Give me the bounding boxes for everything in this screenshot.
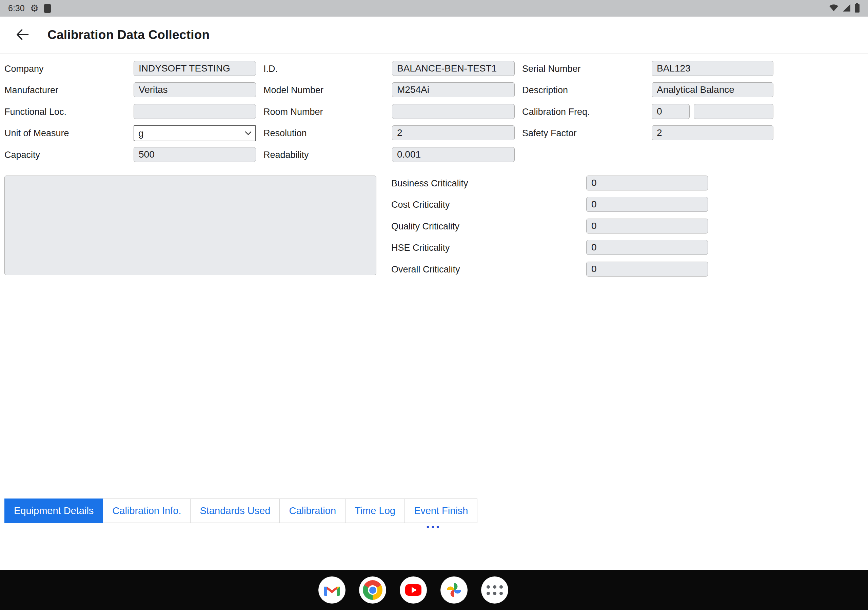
id-label: I.D. <box>264 61 278 77</box>
description-input[interactable] <box>652 82 773 97</box>
overall-criticality-label: Overall Criticality <box>391 262 460 277</box>
clock: 6:30 <box>8 3 25 13</box>
manufacturer-label: Manufacturer <box>5 82 58 98</box>
hse-criticality-label: HSE Criticality <box>391 240 450 255</box>
screen: 6:30 ⚙ Calibration Data Collection C <box>0 0 868 610</box>
overflow-indicator[interactable]: ... <box>419 517 448 531</box>
business-criticality-label: Business Criticality <box>391 175 468 191</box>
signal-icon <box>842 3 851 14</box>
battery-icon <box>854 3 860 14</box>
unit-of-measure-label: Unit of Measure <box>5 125 69 141</box>
business-criticality-input[interactable] <box>586 175 708 190</box>
tab-standards-used[interactable]: Standards Used <box>190 499 280 523</box>
google-photos-icon[interactable] <box>440 576 468 604</box>
notes-textarea[interactable] <box>5 175 377 275</box>
resolution-input[interactable] <box>392 125 515 140</box>
cost-criticality-input[interactable] <box>586 197 708 212</box>
app-drawer-icon[interactable] <box>481 576 508 604</box>
memory-chip-icon <box>44 4 51 13</box>
safety-factor-label: Safety Factor <box>522 125 577 141</box>
hse-criticality-input[interactable] <box>586 240 708 255</box>
youtube-logo <box>405 584 422 596</box>
calibration-freq-label: Calibration Freq. <box>522 104 590 120</box>
app-drawer-dots <box>487 585 503 595</box>
unit-of-measure-select[interactable]: g <box>133 125 256 141</box>
quality-criticality-input[interactable] <box>586 218 708 234</box>
tab-equipment-details[interactable]: Equipment Details <box>5 499 103 523</box>
functional-loc-input[interactable] <box>133 104 256 119</box>
gmail-icon[interactable] <box>318 576 346 604</box>
tab-calibration[interactable]: Calibration <box>279 499 346 523</box>
tab-time-log[interactable]: Time Log <box>345 499 405 523</box>
resolution-label: Resolution <box>264 125 307 141</box>
overall-criticality-input[interactable] <box>586 262 708 277</box>
photos-pinwheel-logo <box>446 582 462 598</box>
capacity-label: Capacity <box>5 147 40 163</box>
calibration-freq-input-1[interactable] <box>652 104 690 119</box>
tab-bar: Equipment Details Calibration Info. Stan… <box>5 499 477 523</box>
app-bar: Calibration Data Collection <box>0 17 868 54</box>
dock <box>0 570 868 610</box>
manufacturer-input[interactable] <box>133 82 256 97</box>
model-number-input[interactable] <box>392 82 515 97</box>
company-input[interactable] <box>133 61 256 76</box>
tab-calibration-info[interactable]: Calibration Info. <box>103 499 191 523</box>
chrome-icon[interactable] <box>359 576 386 604</box>
page-title: Calibration Data Collection <box>48 28 209 42</box>
gear-icon: ⚙ <box>30 4 39 13</box>
wifi-icon <box>829 3 839 14</box>
serial-number-input[interactable] <box>652 61 773 76</box>
status-bar: 6:30 ⚙ <box>0 0 868 17</box>
capacity-input[interactable] <box>133 147 256 162</box>
functional-loc-label: Functional Loc. <box>5 104 67 120</box>
room-number-input[interactable] <box>392 104 515 119</box>
chrome-logo <box>363 580 383 600</box>
serial-number-label: Serial Number <box>522 61 581 77</box>
description-label: Description <box>522 82 568 98</box>
youtube-icon[interactable] <box>400 576 427 604</box>
cost-criticality-label: Cost Criticality <box>391 197 450 212</box>
safety-factor-input[interactable] <box>652 125 773 140</box>
room-number-label: Room Number <box>264 104 323 120</box>
readability-label: Readability <box>264 147 309 163</box>
quality-criticality-label: Quality Criticality <box>391 218 459 234</box>
calibration-freq-input-2[interactable] <box>694 104 773 119</box>
back-button[interactable] <box>12 25 33 45</box>
back-arrow-icon <box>15 27 30 43</box>
unit-of-measure-select-wrap: g <box>133 125 256 141</box>
id-input[interactable] <box>392 61 515 76</box>
readability-input[interactable] <box>392 147 515 162</box>
model-number-label: Model Number <box>264 82 324 98</box>
company-label: Company <box>5 61 44 77</box>
gmail-logo <box>324 584 340 596</box>
